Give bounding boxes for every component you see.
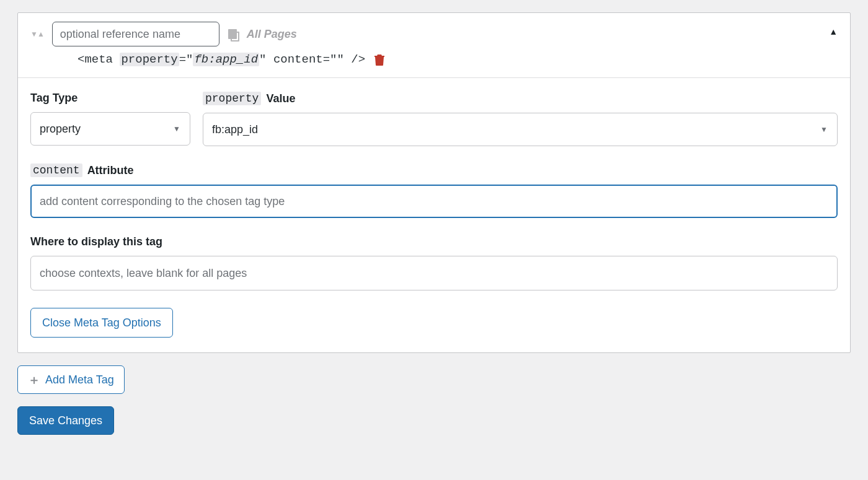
plus-icon: ＋ <box>28 373 40 386</box>
attribute-word: Attribute <box>87 164 134 177</box>
code-equals: =" <box>179 53 193 66</box>
property-chip: property <box>203 92 261 105</box>
code-attr-value: fb:app_id <box>193 53 259 66</box>
trash-icon[interactable] <box>374 53 385 66</box>
content-chip: content <box>30 164 82 177</box>
code-preview: <meta property="fb:app_id" content="" /> <box>18 46 850 77</box>
pages-icon <box>228 29 238 39</box>
trash-svg <box>374 53 385 66</box>
tag-type-field: Tag Type property ▼ <box>30 92 190 146</box>
code-suffix: " content="" /> <box>259 53 365 66</box>
tag-type-select[interactable]: property <box>30 112 190 146</box>
panel-header: ▼▲ All Pages ▲ <box>18 13 850 46</box>
reference-name-input[interactable] <box>52 22 219 46</box>
value-word: Value <box>266 92 295 105</box>
panel-body: Tag Type property ▼ property Value fb:ap… <box>18 77 850 352</box>
close-meta-tag-options-button[interactable]: Close Meta Tag Options <box>30 308 173 338</box>
content-attribute-input[interactable] <box>30 185 838 218</box>
meta-tag-panel: ▼▲ All Pages ▲ <meta property="fb:app_id… <box>17 12 851 353</box>
code-attr-name: property <box>120 53 179 66</box>
contexts-input[interactable] <box>30 256 838 290</box>
property-value-field: property Value fb:app_id ▼ <box>203 92 838 146</box>
collapse-toggle-icon[interactable]: ▲ <box>829 27 838 37</box>
all-pages-label: All Pages <box>247 28 297 41</box>
where-display-label: Where to display this tag <box>30 235 838 248</box>
property-value-select[interactable]: fb:app_id <box>203 113 838 146</box>
code-prefix: <meta <box>78 53 120 66</box>
tag-type-label: Tag Type <box>30 92 190 105</box>
add-meta-tag-label: Add Meta Tag <box>45 373 114 386</box>
save-changes-button[interactable]: Save Changes <box>17 406 114 435</box>
content-attribute-label: content Attribute <box>30 164 838 177</box>
property-value-label: property Value <box>203 92 838 105</box>
under-panel-actions: ＋ Add Meta Tag Save Changes <box>17 365 851 435</box>
sort-handle-icon[interactable]: ▼▲ <box>30 30 43 38</box>
add-meta-tag-button[interactable]: ＋ Add Meta Tag <box>17 365 125 394</box>
